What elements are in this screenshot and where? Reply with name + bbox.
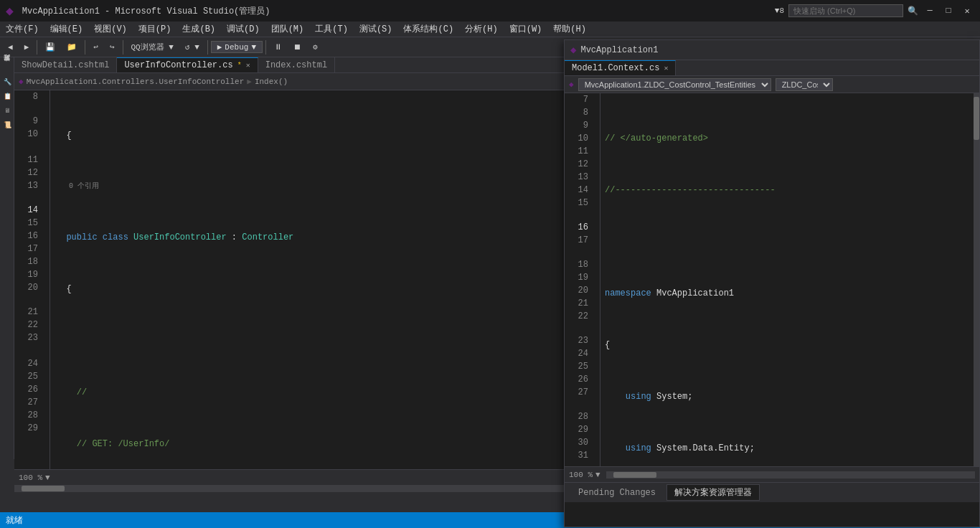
ln-13: 13 (14, 179, 44, 192)
ln-23: 23 (14, 331, 44, 344)
ln-24: 24 (14, 357, 44, 370)
code-line-10: { (56, 283, 588, 296)
breadcrumb-path[interactable]: MvcApplication1.Controllers.UserInfoCont… (27, 77, 245, 86)
vs-small-icon: ◆ (19, 77, 24, 86)
menu-team[interactable]: 团队(M) (265, 22, 310, 37)
toolbar-refresh[interactable]: ↺ ▼ (180, 40, 204, 54)
vs2-tab-solution[interactable]: 解决方案资源管理器 (666, 484, 760, 501)
notification-badge[interactable]: ▼8 (775, 6, 784, 15)
vs2-ln-17: 17 (565, 234, 594, 247)
vs2-horiz-scroll[interactable] (606, 471, 975, 478)
vs2-tab-close[interactable]: ✕ (664, 64, 668, 72)
menu-build[interactable]: 生成(B) (176, 22, 221, 37)
vs2-zoom-arrow[interactable]: ▼ (595, 471, 600, 479)
vs2-line-10: namespace MvcApplication1 (605, 287, 974, 300)
vs2-ln-hint4 (565, 399, 594, 410)
vs2-title: MvcApplication1 (580, 45, 658, 55)
tab-userinfo-controller[interactable]: UserInfoController.cs * ✕ (117, 57, 258, 72)
breadcrumb-method[interactable]: Index() (255, 77, 288, 86)
title-bar: ◆ MvcApplication1 - Microsoft Visual Stu… (0, 0, 980, 22)
tab-showdetail[interactable]: ShowDetail.cshtml (14, 57, 117, 72)
menu-view[interactable]: 视图(V) (88, 22, 133, 37)
sidebar-toolbox[interactable]: 🔧 (1, 75, 14, 88)
tab-close-icon[interactable]: ✕ (246, 61, 250, 70)
toolbar-undo[interactable]: ↩ (88, 40, 103, 54)
code-line-9: public class UserInfoController : Contro… (56, 231, 588, 244)
left-horiz-thumb[interactable] (22, 486, 65, 491)
search-icon[interactable]: 🔍 (908, 6, 918, 16)
tab-modified-indicator: * (237, 62, 242, 70)
code-line-empty1 (56, 334, 588, 347)
sidebar-left: 解决方案 🔧 📋 🖥 📜 (0, 57, 14, 459)
ln-12: 12 (14, 166, 44, 179)
vs2-ln-11: 11 (565, 145, 594, 158)
toolbar-redo[interactable]: ↪ (105, 40, 120, 54)
menu-analyze[interactable]: 分析(H) (459, 22, 504, 37)
sidebar-server-explorer[interactable]: 🖥 (1, 103, 14, 116)
ln-28: 28 (14, 409, 44, 422)
vs2-zoom-bar: 100 % ▼ (565, 466, 979, 482)
left-code-content[interactable]: { 0 个引用 public class UserInfoController … (50, 90, 588, 469)
vs2-code-content[interactable]: // </auto-generated> //-----------------… (600, 93, 974, 466)
vs2-tab-pending[interactable]: Pending Changes (570, 486, 664, 500)
toolbar-save-all[interactable]: 📁 (62, 40, 82, 54)
minimize-button[interactable]: ─ (923, 4, 937, 18)
toolbar-browser[interactable]: QQ浏览器 ▼ (126, 39, 179, 55)
toolbar-settings[interactable]: ⚙ (308, 40, 323, 54)
play-icon: ▶ (217, 42, 222, 52)
menu-test[interactable]: 测试(S) (354, 22, 398, 37)
menu-help[interactable]: 帮助(H) (547, 22, 592, 37)
vs2-member-dropdown[interactable]: ZLDC_Cost (776, 78, 833, 91)
ln-9: 9 (14, 115, 44, 128)
code-line-12: // GET: /UserInfo/ (56, 438, 588, 451)
vs2-zoom-level[interactable]: 100 % (569, 471, 593, 479)
menu-tools[interactable]: 工具(T) (309, 22, 354, 37)
ln-27: 27 (14, 396, 44, 409)
toolbar-pause[interactable]: ⏸ (269, 40, 287, 54)
left-breadcrumb: ◆ MvcApplication1.Controllers.UserInfoCo… (14, 73, 588, 90)
close-button[interactable]: ✕ (960, 4, 974, 18)
ln-hint2 (14, 192, 44, 204)
sidebar-properties[interactable]: 📋 (1, 89, 14, 102)
vs2-namespace-dropdown[interactable]: MvcApplication1.ZLDC_CostControl_TestEnt… (578, 78, 771, 91)
menu-window[interactable]: 窗口(W) (504, 22, 548, 37)
toolbar-debug[interactable]: ▶ Debug ▼ (211, 41, 263, 53)
ln-18: 18 (14, 255, 44, 268)
vs2-ln-16: 16 (565, 221, 594, 234)
left-editor: ShowDetail.cshtml UserInfoController.cs … (14, 57, 588, 492)
toolbar-sep5 (265, 40, 266, 55)
code-hint-1: 0 个引用 (56, 181, 588, 192)
vs-app-icon: ◆ (6, 3, 14, 19)
vs2-ln-25: 25 (565, 360, 594, 373)
vs2-scrollbar[interactable] (974, 93, 979, 466)
menu-debug[interactable]: 调试(D) (221, 22, 265, 37)
left-zoom-arrow[interactable]: ▼ (45, 473, 50, 482)
tab-index-label: Index.cshtml (265, 60, 327, 70)
menu-architecture[interactable]: 体系结构(C) (397, 22, 459, 37)
left-zoom-level[interactable]: 100 % (19, 473, 42, 482)
toolbar-sep4 (207, 40, 208, 55)
vs2-ln-27: 27 (565, 386, 594, 399)
vs2-horiz-thumb[interactable] (613, 472, 656, 478)
ln-hint3 (14, 294, 44, 306)
toolbar-save[interactable]: 💾 (40, 40, 60, 54)
vs2-ln-30: 30 (565, 436, 594, 449)
vs2-tab-model1[interactable]: Model1.Context.cs ✕ (565, 60, 676, 75)
maximize-button[interactable]: □ (941, 4, 956, 18)
vs2-ln-18: 18 (565, 258, 594, 271)
sidebar-solution-explorer[interactable]: 解决方案 (1, 60, 14, 73)
toolbar-forward[interactable]: ▶ (19, 40, 34, 54)
toolbar-stop[interactable]: ⏹ (288, 40, 306, 54)
menu-edit[interactable]: 编辑(E) (44, 22, 89, 37)
left-horiz-scroll[interactable] (14, 485, 588, 492)
tab-index[interactable]: Index.cshtml (258, 57, 335, 72)
vs2-ln-26: 26 (565, 373, 594, 386)
vs2-scrollbar-thumb[interactable] (974, 97, 979, 140)
menu-project[interactable]: 项目(P) (133, 22, 177, 37)
sidebar-history[interactable]: 📜 (1, 118, 14, 131)
toolbar-back[interactable]: ◀ (3, 40, 18, 54)
ln-26: 26 (14, 383, 44, 396)
quick-launch-input[interactable] (788, 4, 903, 17)
menu-file[interactable]: 文件(F) (0, 22, 44, 37)
vs2-ln-20: 20 (565, 284, 594, 297)
